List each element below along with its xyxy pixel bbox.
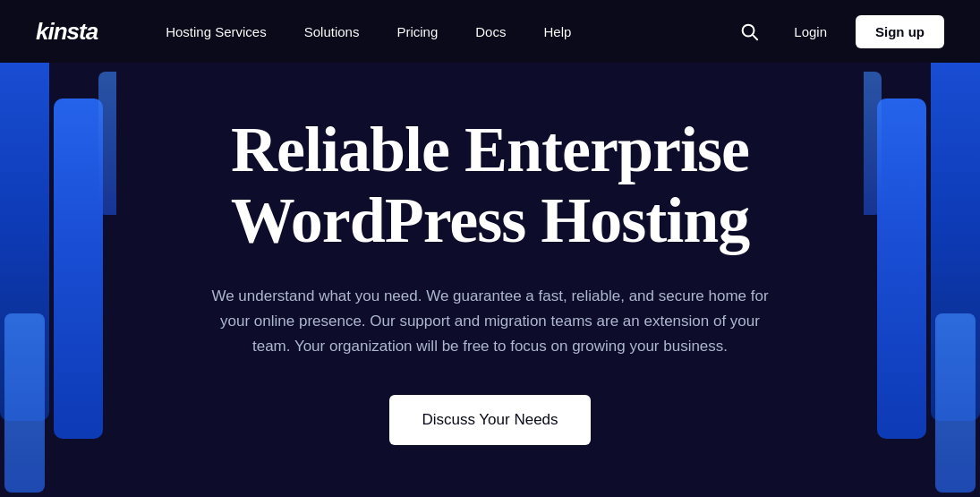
right-decoration xyxy=(864,63,980,497)
nav-docs[interactable]: Docs xyxy=(461,17,520,47)
nav-hosting-services[interactable]: Hosting Services xyxy=(151,17,281,47)
logo[interactable]: kinsta xyxy=(36,18,98,46)
logo-text: kinsta xyxy=(36,18,98,45)
left-col-2 xyxy=(54,99,103,439)
search-button[interactable] xyxy=(733,15,765,47)
hero-content: Reliable Enterprise WordPress Hosting We… xyxy=(168,115,813,445)
hero-section: Reliable Enterprise WordPress Hosting We… xyxy=(0,63,980,497)
signup-button[interactable]: Sign up xyxy=(856,15,944,48)
cta-button[interactable]: Discuss Your Needs xyxy=(389,395,590,445)
nav-solutions[interactable]: Solutions xyxy=(290,17,374,47)
navbar: kinsta Hosting Services Solutions Pricin… xyxy=(0,0,980,63)
right-col-4 xyxy=(864,72,882,215)
login-button[interactable]: Login xyxy=(783,17,838,47)
left-col-3 xyxy=(4,313,45,493)
right-col-3 xyxy=(935,313,976,493)
hero-title-line2: WordPress Hosting xyxy=(231,184,750,256)
left-decoration xyxy=(0,63,116,497)
hero-subtitle: We understand what you need. We guarante… xyxy=(204,284,777,359)
left-col-4 xyxy=(98,72,116,215)
svg-line-1 xyxy=(753,35,757,39)
right-col-2 xyxy=(877,99,926,439)
hero-title: Reliable Enterprise WordPress Hosting xyxy=(204,115,777,256)
nav-links: Hosting Services Solutions Pricing Docs … xyxy=(151,17,733,47)
nav-pricing[interactable]: Pricing xyxy=(382,17,452,47)
nav-actions: Login Sign up xyxy=(733,15,944,48)
search-icon xyxy=(739,21,759,41)
hero-title-line1: Reliable Enterprise xyxy=(231,114,749,185)
nav-help[interactable]: Help xyxy=(529,17,585,47)
